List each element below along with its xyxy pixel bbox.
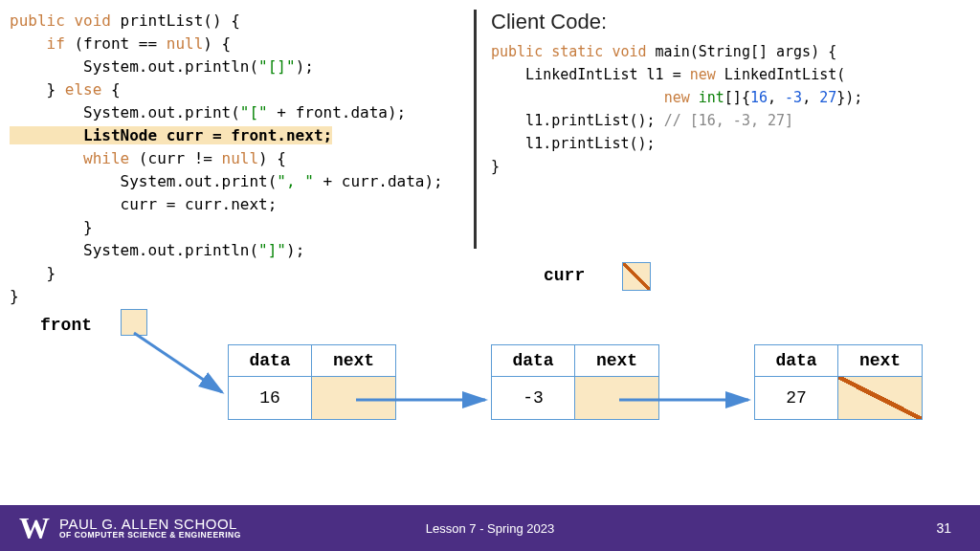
code-line: System.out.print("[" + front.data);	[10, 101, 459, 124]
node-header-next: next	[312, 345, 395, 377]
code-line: public void printList() {	[10, 10, 459, 33]
node-header-next: next	[838, 345, 922, 377]
node-data-value: -3	[492, 377, 575, 419]
code-line: LinkedIntList l1 = new LinkedIntList(	[491, 63, 961, 86]
svg-line-0	[134, 333, 222, 392]
code-line: } else {	[10, 78, 459, 101]
school-sub-text: OF COMPUTER SCIENCE & ENGINEERING	[59, 531, 241, 540]
client-code-title: Client Code:	[491, 10, 961, 34]
node-data-value: 27	[755, 377, 838, 419]
w-logo-icon: W	[19, 511, 50, 546]
school-main-text: PAUL G. ALLEN SCHOOL	[59, 517, 241, 532]
list-node-1: datanext 16	[228, 344, 396, 420]
code-line: public static void main(String[] args) {	[491, 40, 961, 63]
node-header-data: data	[229, 345, 312, 377]
uw-logo: W PAUL G. ALLEN SCHOOL OF COMPUTER SCIEN…	[0, 511, 241, 546]
code-line: l1.printList();	[491, 132, 961, 155]
front-variable-box	[121, 309, 147, 336]
code-line: l1.printList(); // [16, -3, 27]	[491, 109, 961, 132]
node-next-cell	[312, 377, 395, 419]
code-line: curr = curr.next;	[10, 193, 459, 216]
code-line: if (front == null) {	[10, 33, 459, 55]
front-variable-label: front	[40, 316, 92, 335]
curr-variable-label: curr	[544, 266, 585, 285]
node-header-next: next	[575, 345, 658, 377]
code-line: System.out.print(", " + curr.data);	[10, 170, 459, 193]
node-data-value: 16	[229, 377, 312, 419]
list-node-2: datanext -3	[491, 344, 659, 420]
code-line: System.out.println("[]");	[10, 55, 459, 78]
code-line-highlighted: ListNode curr = front.next;	[10, 124, 459, 147]
code-line: }	[491, 155, 961, 178]
main-code: public static void main(String[] args) {…	[491, 40, 961, 178]
code-line: new int[]{16, -3, 27});	[491, 86, 961, 109]
curr-variable-box	[622, 262, 651, 291]
node-header-data: data	[755, 345, 838, 377]
linked-list-diagram: curr front datanext 16 datanext -3 datan…	[0, 258, 980, 478]
node-header-data: data	[492, 345, 575, 377]
node-next-null	[838, 377, 922, 419]
node-next-cell	[575, 377, 658, 419]
vertical-divider	[474, 10, 477, 249]
code-line: }	[10, 216, 459, 239]
code-line: while (curr != null) {	[10, 147, 459, 170]
slide-footer: W PAUL G. ALLEN SCHOOL OF COMPUTER SCIEN…	[0, 505, 980, 551]
school-name: PAUL G. ALLEN SCHOOL OF COMPUTER SCIENCE…	[59, 517, 241, 540]
page-number: 31	[936, 520, 951, 536]
list-node-3: datanext 27	[754, 344, 923, 420]
lesson-label: Lesson 7 - Spring 2023	[426, 521, 554, 536]
